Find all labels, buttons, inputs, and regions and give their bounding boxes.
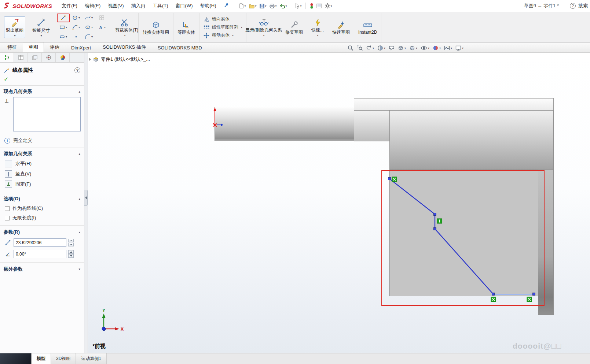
menu-view[interactable]: 视图(V)	[104, 0, 127, 11]
spline-tool-button[interactable]: ▾	[83, 14, 95, 22]
undo-button[interactable]: ▾	[279, 2, 288, 10]
menu-help[interactable]: 帮助(H)	[196, 0, 220, 11]
panel-collapse-handle[interactable]	[84, 190, 88, 206]
apply-scene-icon[interactable]: ▾	[444, 45, 452, 51]
construction-checkbox[interactable]	[5, 206, 10, 211]
relation-fix-button[interactable]: 固定(F)	[0, 179, 84, 189]
model-face-upper-block[interactable]	[389, 110, 554, 170]
relation-vertical-button[interactable]: | 竖直(V)	[0, 169, 84, 179]
parameters-header[interactable]: 参数(R) ▴	[0, 226, 84, 237]
menu-edit[interactable]: 编辑(E)	[81, 0, 104, 11]
tab-motion-study-1[interactable]: 运动算例1	[76, 353, 107, 364]
ellipse-tool-button[interactable]: ▾	[83, 23, 95, 32]
tab-propertymanager[interactable]	[14, 53, 28, 62]
smart-dimension-button[interactable]: 智能尺寸 ▾	[31, 17, 51, 38]
tree-item-part1[interactable]: 零件1 (默认<<默认>_...	[101, 56, 150, 63]
view-orientation-icon[interactable]: ▾	[398, 45, 406, 51]
previous-view-icon[interactable]: ▾	[366, 45, 374, 51]
zoom-fit-icon[interactable]	[348, 45, 353, 51]
zoom-area-icon[interactable]	[357, 45, 363, 51]
slot-tool-button[interactable]: ▾	[57, 33, 70, 41]
section-view-icon[interactable]: ▾	[377, 45, 385, 51]
print-button[interactable]: ▾	[268, 2, 278, 10]
spinner-up-icon[interactable]	[68, 250, 74, 254]
sketch-picture-button[interactable]	[95, 14, 108, 22]
length-spinner[interactable]	[68, 239, 74, 246]
display-style-icon[interactable]: ▾	[409, 45, 417, 51]
line-tool-button[interactable]	[57, 14, 70, 22]
panel-help-icon[interactable]: ?	[74, 67, 80, 73]
tab-configurationmanager[interactable]	[28, 53, 42, 62]
infinite-length-option[interactable]: 无限长度(I)	[0, 213, 84, 223]
open-document-button[interactable]: ▾	[248, 2, 257, 10]
new-document-button[interactable]: ▾	[238, 2, 247, 10]
existing-relations-header[interactable]: 现有几何关系 ▴	[0, 86, 84, 96]
model-thumbnail[interactable]	[0, 353, 32, 364]
spinner-down-icon[interactable]	[68, 243, 74, 246]
model-face-step[interactable]	[354, 110, 390, 141]
spinner-up-icon[interactable]	[68, 239, 74, 242]
display-delete-relations-button[interactable]: 显示/删除几何关系 ▾	[249, 17, 278, 37]
circle-tool-button[interactable]: ▾	[70, 14, 83, 22]
menu-insert[interactable]: 插入(I)	[128, 0, 149, 11]
tab-featuremanager[interactable]	[0, 53, 14, 62]
menu-tools[interactable]: 工具(T)	[149, 0, 172, 11]
tab-solidworks-mbd[interactable]: SOLIDWORKS MBD	[152, 43, 208, 52]
arc-tool-button[interactable]: ▾	[70, 23, 83, 32]
relations-listbox[interactable]	[13, 97, 81, 131]
tab-evaluate[interactable]: 评估	[44, 42, 65, 52]
instant2d-button[interactable]: Instant2D	[357, 19, 378, 36]
ok-check[interactable]: ✓	[0, 76, 84, 86]
edit-appearance-icon[interactable]: ▾	[433, 45, 441, 51]
view-settings-icon[interactable]: ▾	[455, 45, 463, 51]
mirror-entities-button[interactable]: 镜向实体	[202, 16, 243, 23]
options-header[interactable]: 选项(O) ▴	[0, 193, 84, 204]
expand-arrow-icon[interactable]	[89, 57, 91, 61]
dynamic-annotation-icon[interactable]	[389, 45, 395, 51]
tab-model[interactable]: 模型	[32, 353, 51, 364]
tab-3d-views[interactable]: 3D视图	[51, 353, 76, 364]
feature-tree-flyout[interactable]: 零件1 (默认<<默认>_...	[89, 56, 150, 63]
model-face-shaft[interactable]	[215, 107, 354, 141]
angle-input[interactable]	[14, 250, 66, 258]
graphics-area[interactable]: 零件1 (默认<<默认>_...	[88, 53, 590, 353]
select-tool-button[interactable]: ▾	[294, 2, 303, 10]
text-tool-button[interactable]: A▾	[95, 23, 108, 32]
point-tool-button[interactable]	[70, 33, 83, 41]
fillet-tool-button[interactable]: ▾	[83, 33, 95, 41]
pin-menu-icon[interactable]	[224, 3, 229, 9]
convert-entities-button[interactable]: 转换实体引用	[141, 19, 171, 36]
tab-displaymanager[interactable]	[56, 53, 70, 62]
tab-solidworks-addins[interactable]: SOLIDWORKS 插件	[97, 42, 152, 52]
infinite-checkbox[interactable]	[5, 216, 10, 220]
panel-splitter[interactable]	[84, 53, 88, 353]
tab-dimxpertmanager[interactable]	[42, 53, 56, 62]
move-entities-button[interactable]: 移动实体 ▾	[202, 32, 243, 39]
linear-pattern-button[interactable]: 线性草图阵列 ▾	[202, 24, 243, 31]
trim-entities-button[interactable]: 剪裁实体(T) ▾	[114, 17, 136, 37]
rapid-sketch-button[interactable]: 快速草图	[331, 19, 351, 36]
menu-window[interactable]: 窗口(W)	[172, 0, 197, 11]
repair-sketch-button[interactable]: 修复草图	[284, 19, 304, 36]
hide-show-items-icon[interactable]: ▾	[421, 45, 429, 51]
help-icon[interactable]: ?	[570, 3, 576, 9]
spinner-down-icon[interactable]	[68, 254, 74, 258]
settings-gear-button[interactable]: ▾	[324, 2, 333, 10]
length-input[interactable]	[14, 238, 66, 247]
exit-sketch-button[interactable]: 退出草图 ▾	[4, 16, 25, 38]
relation-horizontal-button[interactable]: — 水平(H)	[0, 159, 84, 169]
options-list-icon[interactable]	[316, 2, 323, 10]
model-face-top-flange[interactable]	[354, 98, 554, 111]
tab-dimxpert[interactable]: DimXpert	[65, 43, 97, 52]
search-label[interactable]: 搜索	[578, 3, 588, 9]
construction-line-option[interactable]: 作为构造线(C)	[0, 204, 84, 213]
save-button[interactable]: ▾	[259, 2, 267, 10]
menu-file[interactable]: 文件(F)	[58, 0, 81, 11]
angle-spinner[interactable]	[68, 250, 74, 258]
tab-features[interactable]: 特征	[1, 42, 23, 52]
tab-sketch[interactable]: 草图	[23, 42, 44, 52]
offset-entities-button[interactable]: 等距实体	[176, 19, 197, 36]
add-relations-header[interactable]: 添加几何关系 ▴	[0, 148, 84, 159]
selection-filter-icon[interactable]	[309, 2, 315, 10]
quick-snaps-button[interactable]: 快速... ▾	[310, 17, 325, 37]
